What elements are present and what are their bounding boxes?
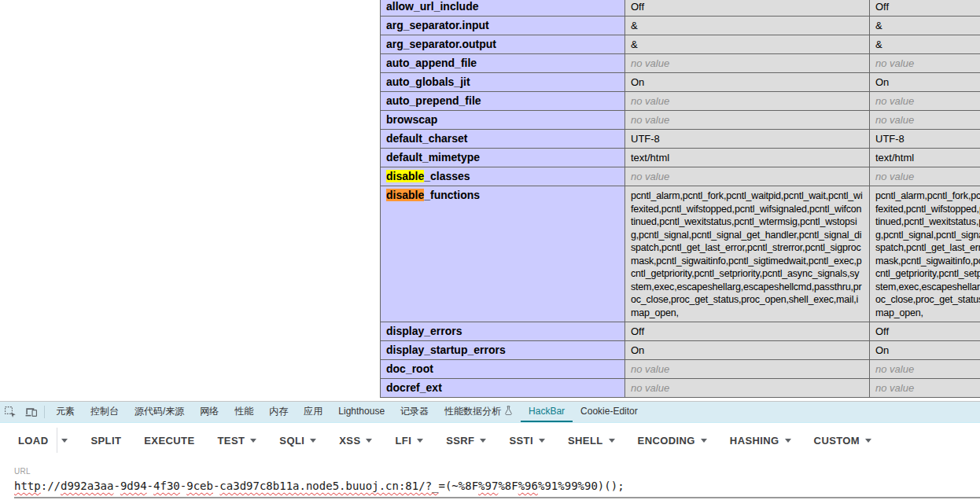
devtools-tab-cookie-editor[interactable]: Cookie-Editor	[573, 402, 646, 422]
tab-label: Lighthouse	[338, 406, 385, 417]
url-input[interactable]: http://d992a3aa-9d94-4f30-9ceb-ca3d97c8b…	[14, 480, 980, 493]
inspect-element-icon[interactable]	[0, 402, 20, 422]
master-value-cell: no value	[870, 54, 980, 73]
url-text-misspelled: %96	[518, 480, 538, 492]
master-value-cell: no value	[870, 167, 980, 186]
no-value-text: no value	[875, 57, 914, 69]
lfi-button[interactable]: LFI	[395, 435, 423, 447]
local-value-cell: no value	[625, 92, 870, 111]
sqli-button[interactable]: SQLI	[279, 435, 316, 447]
master-value-cell: no value	[870, 379, 980, 398]
phpinfo-page: allow_url_includeOffOffarg_separator.inp…	[0, 0, 980, 401]
hackbar-panel: LOADSPLITEXECUTETESTSQLIXSSLFISSRFSSTISH…	[0, 423, 980, 498]
execute-button[interactable]: EXECUTE	[144, 435, 194, 447]
tab-label: 内存	[269, 405, 288, 418]
url-area: URL http://d992a3aa-9d94-4f30-9ceb-ca3d9…	[0, 458, 980, 498]
chevron-down-icon	[609, 439, 615, 443]
button-label: ENCODING	[638, 435, 695, 447]
button-label: EXECUTE	[144, 435, 194, 447]
test-button[interactable]: TEST	[217, 435, 256, 447]
ssrf-button[interactable]: SSRF	[446, 435, 486, 447]
master-value-cell: On	[870, 341, 980, 360]
url-text: ://	[41, 480, 61, 492]
table-row: default_charsetUTF-8UTF-8	[381, 130, 980, 149]
chevron-down-icon	[539, 439, 545, 443]
devtools-tab--[interactable]: 内存	[261, 402, 296, 422]
chevron-down-icon	[417, 439, 423, 443]
url-text-misspelled: 4f30	[153, 480, 180, 492]
button-label: SSRF	[446, 435, 474, 447]
local-value-cell: no value	[625, 167, 870, 186]
master-value-cell: &	[870, 35, 980, 54]
device-toolbar-icon[interactable]	[20, 402, 41, 422]
tab-label: HackBar	[529, 406, 565, 417]
chevron-down-icon	[310, 439, 316, 443]
devtools-tab-hackbar[interactable]: HackBar	[521, 402, 573, 422]
devtools-tab--[interactable]: 记录器	[392, 402, 437, 422]
devtools-tab--[interactable]: 控制台	[83, 402, 127, 422]
devtools-tab-lighthouse[interactable]: Lighthouse	[330, 402, 392, 422]
table-row: docref_extno valueno value	[381, 379, 980, 398]
master-value-cell: Off	[870, 0, 980, 17]
button-label: LOAD	[18, 435, 48, 447]
devtools-tab--[interactable]: 网络	[192, 402, 227, 422]
master-value-cell: UTF-8	[870, 130, 980, 149]
tab-label: 控制台	[90, 405, 119, 418]
url-text: %8F	[498, 480, 518, 492]
local-value-cell: &	[625, 35, 870, 54]
directive-cell: default_charset	[381, 130, 625, 149]
tabbar-divider	[44, 406, 45, 418]
find-match-highlight: disable	[386, 170, 424, 182]
tab-label: 源代码/来源	[134, 405, 184, 418]
directive-cell: allow_url_include	[381, 0, 625, 17]
master-value-cell: &	[870, 17, 980, 35]
load-dropdown-button[interactable]	[61, 438, 68, 443]
no-value-text: no value	[631, 57, 669, 69]
no-value-text: no value	[875, 114, 914, 126]
url-text: -	[113, 480, 120, 492]
button-label: SSTI	[509, 435, 533, 447]
devtools-tab--[interactable]: 元素	[48, 402, 83, 422]
url-text-misspelled: ca3d97c8b11a.node5.buuoj.cn:81/?_	[219, 480, 438, 492]
ssti-button[interactable]: SSTI	[509, 435, 545, 447]
table-row: display_startup_errorsOnOn	[381, 341, 980, 360]
local-value-cell: no value	[625, 111, 870, 130]
tab-label: 性能	[234, 405, 253, 418]
encoding-button[interactable]: ENCODING	[638, 435, 707, 447]
master-value-cell: Off	[870, 322, 980, 341]
directive-cell: auto_append_file	[381, 54, 625, 73]
local-value-cell: no value	[625, 54, 870, 73]
local-value-cell: no value	[625, 379, 870, 398]
url-text: -	[147, 480, 153, 492]
load-button[interactable]: LOAD	[18, 435, 48, 447]
phpinfo-table-body: allow_url_includeOffOffarg_separator.inp…	[381, 0, 980, 398]
custom-button[interactable]: CUSTOM	[814, 435, 872, 447]
tab-label: 性能数据分析	[444, 405, 501, 418]
split-button[interactable]: SPLIT	[90, 435, 121, 447]
devtools-tab--[interactable]: 性能	[227, 402, 261, 422]
toolbar-divider	[57, 428, 57, 453]
tab-label: 元素	[56, 405, 75, 418]
hashing-button[interactable]: HASHING	[730, 435, 791, 447]
shell-button[interactable]: SHELL	[568, 435, 615, 447]
devtools-tab--[interactable]: 性能数据分析	[437, 402, 521, 422]
chevron-down-icon	[480, 439, 486, 443]
button-label: XSS	[339, 435, 360, 447]
chevron-down-icon	[701, 439, 707, 443]
xss-button[interactable]: XSS	[339, 435, 372, 447]
directive-cell: display_errors	[381, 322, 625, 341]
no-value-text: no value	[631, 171, 669, 182]
local-value-cell: On	[625, 73, 870, 92]
table-row: arg_separator.input&&	[381, 17, 980, 35]
table-row: allow_url_includeOffOff	[381, 0, 980, 17]
master-value-cell: pcntl_alarm,pcntl_fork,pcntl_waitpid,pcn…	[870, 186, 980, 322]
devtools-tab--[interactable]: 源代码/来源	[127, 402, 192, 422]
table-row: auto_globals_jitOnOn	[381, 73, 980, 92]
local-value-cell: Off	[625, 0, 870, 17]
tab-label: 记录器	[400, 405, 429, 418]
tab-label: 网络	[200, 405, 219, 418]
url-text: =(~%8F	[439, 480, 479, 492]
directive-cell: disable_classes	[381, 167, 625, 186]
devtools-tab--[interactable]: 应用	[296, 402, 330, 422]
directive-cell: browscap	[381, 111, 625, 130]
